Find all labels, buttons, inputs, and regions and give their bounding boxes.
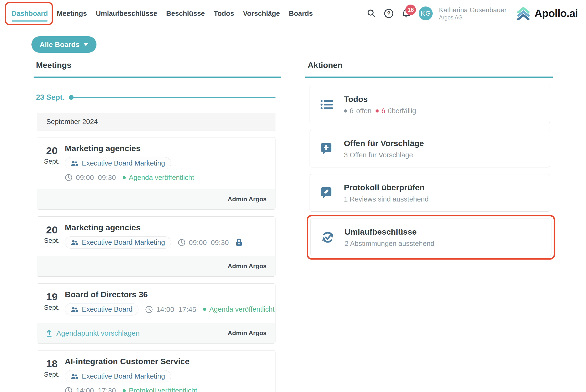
user-name: Katharina Gusenbauer — [439, 6, 506, 14]
svg-text:?: ? — [387, 10, 390, 16]
meeting-month: Sept. — [40, 158, 63, 165]
status-dot — [122, 176, 126, 179]
overdue-bullet-dot — [376, 110, 379, 112]
people-icon — [71, 240, 78, 246]
meeting-time: 09:00–09:30 — [178, 238, 229, 246]
board-chip[interactable]: Executive Board Marketing — [65, 157, 171, 169]
open-count: 6 — [350, 107, 354, 115]
meetings-column-title: Meetings — [34, 60, 281, 70]
nav-item-beschluesse[interactable]: Beschlüsse — [166, 10, 205, 18]
meeting-owner: Admin Argos — [228, 330, 266, 337]
month-group-label: September 2024 — [46, 118, 98, 126]
meeting-time: 14:00–17:30 — [65, 386, 116, 392]
meeting-title: Marketing agencies — [65, 223, 268, 232]
overdue-count: 6 — [381, 107, 385, 115]
clock-icon — [178, 239, 186, 246]
meeting-title: Board of Directors 36 — [65, 290, 274, 299]
board-chip-label: Executive Board Marketing — [82, 238, 165, 246]
board-chip[interactable]: Executive Board Marketing — [65, 236, 171, 248]
action-card-subtitle: 2 Abstimmungen ausstehend — [344, 240, 434, 248]
meeting-card[interactable]: 18 Sept. AI-integration Customer Service… — [37, 350, 276, 392]
avatar-initials: KG — [421, 10, 431, 17]
open-bullet-dot — [344, 110, 347, 112]
help-icon[interactable]: ? — [384, 8, 394, 18]
meeting-card[interactable]: 20 Sept. Marketing agencies Executive Bo… — [37, 216, 276, 276]
meetings-column-rule — [34, 76, 281, 78]
board-chip[interactable]: Executive Board Marketing — [65, 370, 171, 382]
action-card-subtitle-text: 2 Abstimmungen ausstehend — [344, 240, 434, 248]
timeline-date-label: 23 Sept. — [36, 93, 64, 102]
clock-icon — [145, 306, 153, 313]
people-icon — [71, 306, 78, 312]
status-label: Protokoll veröffentlicht — [129, 387, 197, 392]
month-group-header: September 2024 — [37, 113, 276, 130]
all-boards-label: Alle Boards — [40, 40, 80, 49]
meeting-title: Marketing agencies — [65, 144, 268, 153]
meeting-day: 20 — [40, 225, 63, 235]
aktionen-column-rule — [305, 76, 553, 78]
logo-wordmark: Apollo.ai — [534, 7, 578, 20]
nav-item-dashboard[interactable]: Dashboard — [12, 10, 48, 18]
status-label: Agenda veröffentlicht — [129, 174, 194, 182]
action-card-title: Offen für Vorschläge — [344, 139, 424, 148]
status-label: Agenda veröffentlicht — [209, 306, 274, 313]
meeting-card-footer: Admin Argos — [37, 189, 275, 210]
meeting-date: 20 Sept. — [40, 144, 63, 182]
avatar[interactable]: KG — [419, 6, 433, 20]
meeting-time-label: 09:00–09:30 — [189, 238, 229, 246]
all-boards-dropdown[interactable]: Alle Boards — [32, 36, 96, 53]
lock-icon — [236, 238, 242, 247]
action-card-subtitle: 3 Offen für Vorschläge — [344, 151, 424, 159]
action-card-vorschlaege[interactable]: Offen für Vorschläge 3 Offen für Vorschl… — [310, 130, 550, 168]
status-badge: Agenda veröffentlicht — [122, 174, 194, 182]
meeting-card[interactable]: 19 Sept. Board of Directors 36 Executive… — [37, 283, 276, 344]
action-card-title: Protokoll überprüfen — [344, 183, 428, 192]
meeting-card[interactable]: 20 Sept. Marketing agencies Executive Bo… — [37, 137, 276, 210]
people-icon — [71, 160, 78, 166]
action-card-todos[interactable]: Todos 6 offen 6 überfällig — [310, 86, 550, 123]
search-icon[interactable] — [367, 9, 376, 18]
notifications-bell-icon[interactable]: 16 — [402, 8, 411, 18]
umlaufbeschluesse-annotation-highlight: Umlaufbeschlüsse 2 Abstimmungen ausstehe… — [307, 215, 555, 260]
top-bar: Dashboard Meetings Umlaufbeschlüsse Besc… — [0, 0, 586, 27]
action-card-subtitle: 1 Reviews sind ausstehend — [344, 195, 428, 203]
action-card-subtitle: 6 offen 6 überfällig — [344, 107, 416, 115]
timeline-line — [73, 97, 276, 98]
action-card-title: Todos — [344, 94, 416, 104]
open-label: offen — [356, 107, 372, 115]
upload-icon — [46, 329, 53, 337]
nav-item-vorschlaege[interactable]: Vorschläge — [243, 10, 280, 18]
meetings-column: Meetings 23 Sept. September 2024 20 Sept… — [34, 60, 281, 392]
nav-item-meetings[interactable]: Meetings — [57, 10, 87, 18]
todo-list-icon — [320, 99, 344, 110]
nav-item-boards[interactable]: Boards — [289, 10, 313, 18]
board-chip[interactable]: Executive Board — [65, 303, 138, 316]
nav-item-label: Dashboard — [12, 10, 48, 17]
clock-icon — [65, 387, 72, 392]
meeting-date: 20 Sept. — [40, 223, 63, 248]
meeting-time: 09:00–09:30 — [65, 174, 116, 182]
nav-item-umlaufbeschluesse[interactable]: Umlaufbeschlüsse — [96, 10, 157, 18]
action-card-title: Umlaufbeschlüsse — [344, 227, 434, 236]
user-org: Argos AG — [439, 14, 506, 21]
timeline-dot — [69, 95, 74, 100]
circular-resolution-icon — [321, 230, 344, 244]
suggest-agenda-item-link[interactable]: Agendapunkt vorschlagen — [46, 329, 140, 337]
action-card-protokoll[interactable]: Protokoll überprüfen 1 Reviews sind auss… — [310, 174, 550, 212]
meeting-card-footer: Admin Argos — [37, 256, 275, 276]
meeting-date: 19 Sept. — [40, 290, 63, 316]
status-dot — [203, 308, 206, 311]
user-info: Katharina Gusenbauer Argos AG — [439, 6, 506, 21]
action-card-subtitle-text: 1 Reviews sind ausstehend — [344, 195, 428, 203]
status-badge: Agenda veröffentlicht — [203, 306, 274, 313]
meeting-owner: Admin Argos — [228, 196, 266, 203]
meeting-time-label: 14:00–17:30 — [76, 386, 116, 392]
status-dot — [122, 389, 126, 392]
action-card-subtitle-text: 3 Offen für Vorschläge — [344, 151, 413, 159]
meeting-owner: Admin Argos — [228, 262, 266, 270]
action-card-umlaufbeschluesse[interactable]: Umlaufbeschlüsse 2 Abstimmungen ausstehe… — [310, 218, 552, 256]
active-tab-underline — [12, 20, 48, 22]
nav-item-todos[interactable]: Todos — [214, 10, 234, 18]
aktionen-column-title: Aktionen — [305, 60, 553, 70]
meeting-day: 19 — [40, 292, 63, 302]
